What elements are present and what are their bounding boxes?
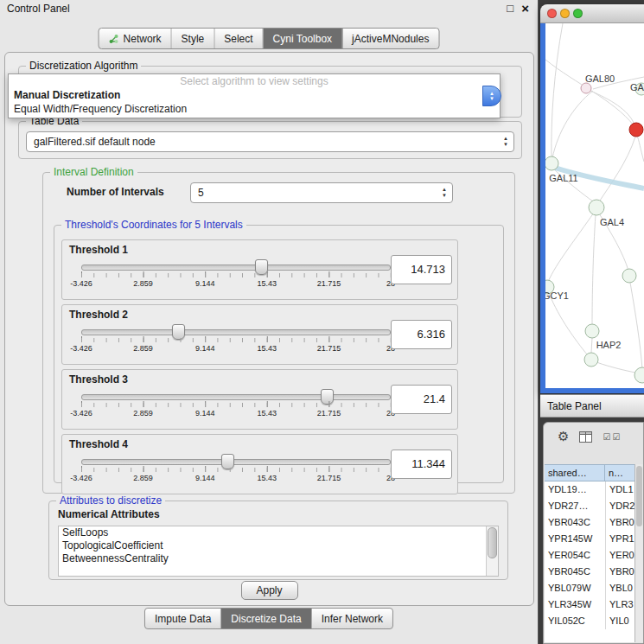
table-row[interactable]: YDR27… YDR2 (545, 498, 635, 514)
number-of-intervals-combobox[interactable]: 5 ▲ ▼ (190, 182, 453, 203)
gear-icon[interactable]: ⚙ (558, 429, 569, 444)
network-node[interactable] (589, 200, 604, 215)
interval-definition-group: Interval Definition Number of Intervals … (42, 172, 515, 494)
tab-cyni-toolbox[interactable]: Cyni Toolbox (264, 29, 342, 48)
table-row[interactable]: YDL19… YDL1 (545, 481, 635, 498)
arrow-down-icon: ▼ (503, 142, 508, 148)
cell-shared-name[interactable]: YBR043C (545, 514, 605, 531)
column-header-shared-name[interactable]: shared… (545, 464, 605, 481)
cell-shared-name[interactable]: YBR045C (545, 564, 605, 580)
slider-track[interactable] (81, 459, 391, 465)
tab-network[interactable]: Network (99, 29, 172, 48)
threshold-4-value-field[interactable]: 11.344 (391, 450, 452, 479)
tab-style[interactable]: Style (172, 29, 215, 48)
column-header-name[interactable]: n… (605, 464, 635, 481)
threshold-1-slider[interactable]: -3.4262.8599.14415.4321.71528 (81, 258, 391, 292)
network-node[interactable] (585, 324, 599, 338)
table-row[interactable]: YIL052C YIL0 (545, 613, 635, 629)
network-window-titlebar[interactable] (540, 4, 644, 23)
network-node[interactable] (634, 367, 644, 383)
float-window-icon[interactable]: □ (507, 2, 513, 15)
group-title: Attributes to discretize (56, 494, 165, 507)
cell-name[interactable]: YDR2 (605, 498, 635, 514)
threshold-2-slider[interactable]: -3.4262.8599.14415.4321.71528 (81, 322, 391, 357)
attribute-list-item[interactable]: TopologicalCoefficient (59, 539, 498, 552)
tab-select[interactable]: Select (214, 29, 263, 48)
apply-button[interactable]: Apply (241, 581, 298, 600)
network-node[interactable] (581, 83, 591, 93)
zoom-traffic-light[interactable] (573, 9, 583, 18)
attribute-list-item[interactable]: SelfLoops (59, 526, 498, 539)
control-panel-titlebar[interactable]: Control Panel □ × (0, 0, 538, 17)
table-row[interactable]: YER054C YER0 (545, 547, 635, 564)
slider-tick-labels: -3.4262.8599.14415.4321.71528 (81, 279, 391, 290)
cell-shared-name[interactable]: YIL052C (545, 613, 605, 629)
minimize-traffic-light[interactable] (560, 9, 570, 18)
tab-impute-data[interactable]: Impute Data (145, 609, 221, 628)
tab-infer-network[interactable]: Infer Network (312, 609, 392, 628)
slider-track[interactable] (81, 394, 391, 400)
tick-label: 9.144 (195, 409, 215, 418)
slider-track[interactable] (81, 329, 391, 335)
network-canvas[interactable]: GAL80 GA GAL11 GAL4 GCY1 HAP2 (545, 23, 644, 388)
threshold-1-value-field[interactable]: 14.713 (391, 255, 452, 284)
close-traffic-light[interactable] (547, 9, 557, 18)
network-node[interactable] (545, 156, 558, 170)
cell-shared-name[interactable]: YDL19… (545, 481, 605, 498)
numerical-attributes-list[interactable]: SelfLoopsTopologicalCoefficientBetweenne… (58, 526, 499, 577)
table-row[interactable]: YLR345W YLR3 (545, 596, 635, 613)
attribute-list-item[interactable]: BetweennessCentrality (59, 552, 498, 565)
tab-discretize-data[interactable]: Discretize Data (221, 609, 311, 628)
cell-name[interactable]: YDL1 (605, 481, 635, 498)
cell-shared-name[interactable]: YPR145W (545, 531, 605, 547)
tab-label: Network (124, 33, 162, 45)
select-columns-icons[interactable]: ☑ ☑ (603, 432, 620, 442)
algorithm-option[interactable]: Equal Width/Frequency Discretization (9, 102, 500, 116)
threshold-label: Threshold 4 (69, 438, 128, 450)
cell-name[interactable]: YLR3 (605, 596, 635, 613)
checkbox-icon[interactable]: ☑ (603, 432, 610, 442)
table-row[interactable]: YBL079W YBL0 (545, 580, 635, 596)
cell-name[interactable]: YBR0 (605, 514, 635, 531)
network-node-selected[interactable] (629, 123, 643, 137)
table-data-combobox[interactable]: galFiltered.sif default node ▲ ▼ (26, 131, 514, 152)
table-panel-titlebar[interactable]: Table Panel (540, 394, 644, 418)
algorithm-placeholder-option: Select algorithm to view settings (9, 74, 500, 88)
cell-name[interactable]: YPR1 (605, 531, 635, 547)
checkbox-icon[interactable]: ☑ (612, 432, 620, 442)
scrollbar-thumb[interactable] (636, 466, 642, 526)
columns-icon[interactable] (579, 431, 592, 443)
tab-jactivemnodules[interactable]: jActiveMNodules (342, 29, 438, 48)
network-node[interactable] (622, 269, 636, 283)
table-row[interactable]: YBR045C YBR0 (545, 564, 635, 580)
combo-stepper-icon[interactable]: ▲ ▼ (503, 136, 508, 148)
cyni-bottom-tabs: Impute Data Discretize Data Infer Networ… (144, 608, 393, 629)
cell-name[interactable]: YER0 (605, 547, 635, 564)
cell-name[interactable]: YBL0 (605, 580, 635, 596)
table-scrollbar[interactable] (634, 464, 643, 642)
combo-stepper-icon[interactable]: ▲ ▼ (442, 187, 447, 199)
threshold-2-value-field[interactable]: 6.316 (391, 320, 452, 349)
threshold-3-value-field[interactable]: 21.4 (391, 385, 452, 414)
numerical-attributes-label: Numerical Attributes (58, 508, 160, 520)
scrollbar-thumb[interactable] (488, 527, 497, 558)
threshold-3-slider[interactable]: -3.4262.8599.14415.4321.71528 (81, 387, 391, 422)
table-data-selected: galFiltered.sif default node (34, 136, 156, 148)
table-row[interactable]: YPR145W YPR1 (545, 531, 635, 547)
close-window-icon[interactable]: × (521, 1, 529, 16)
cell-shared-name[interactable]: YLR345W (545, 596, 605, 613)
table-row[interactable]: YBR043C YBR0 (545, 514, 635, 531)
cell-shared-name[interactable]: YDR27… (545, 498, 605, 514)
network-node[interactable] (584, 353, 598, 367)
attributes-scrollbar[interactable] (486, 526, 498, 576)
slider-track[interactable] (81, 265, 391, 271)
threshold-4-slider[interactable]: -3.4262.8599.14415.4321.71528 (81, 452, 391, 487)
cell-name[interactable]: YIL0 (605, 613, 635, 629)
node-label: GA (630, 82, 644, 92)
node-label: GCY1 (545, 290, 569, 301)
algorithm-option[interactable]: Manual Discretization (9, 88, 500, 102)
tab-label: Cyni Toolbox (273, 33, 332, 45)
cell-shared-name[interactable]: YER054C (545, 547, 605, 564)
cell-name[interactable]: YBR0 (605, 564, 635, 580)
cell-shared-name[interactable]: YBL079W (545, 580, 605, 596)
